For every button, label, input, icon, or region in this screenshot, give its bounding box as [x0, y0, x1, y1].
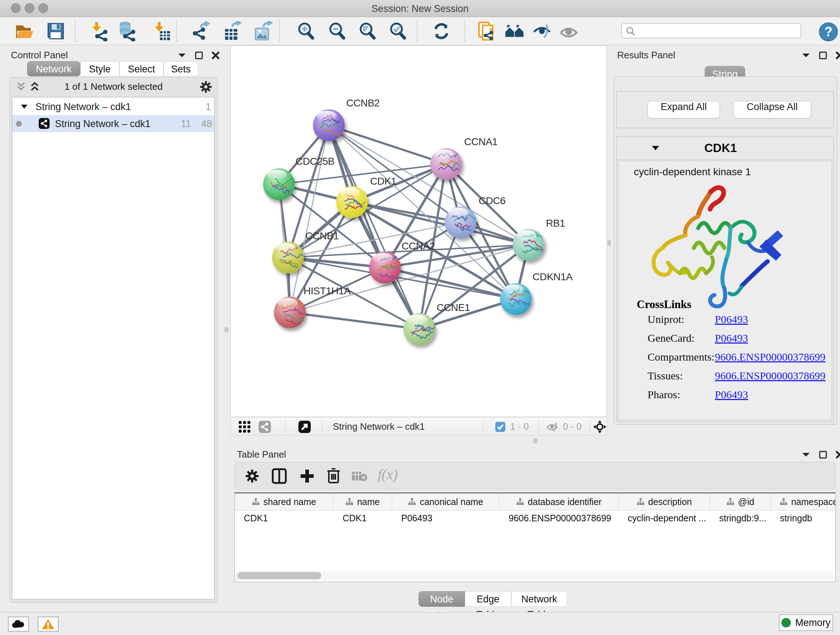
panel-close-icon[interactable] — [835, 450, 840, 459]
right-splitter-handle[interactable] — [607, 240, 611, 246]
table-cell[interactable]: stringdb — [771, 510, 836, 526]
panel-float-icon[interactable] — [195, 51, 203, 60]
export-table-icon[interactable] — [222, 21, 242, 41]
table-hscrollbar[interactable] — [235, 571, 834, 580]
collapse-section-icon[interactable] — [651, 145, 660, 151]
column-header-namespace[interactable]: namespace — [771, 494, 836, 510]
import-network-file-icon[interactable] — [89, 21, 110, 41]
show-columns-icon[interactable] — [272, 468, 287, 484]
gene-section-header[interactable]: CDK1 — [617, 137, 834, 160]
zoom-in-icon[interactable] — [296, 21, 316, 41]
cloud-status-button[interactable] — [8, 616, 29, 632]
toolbar-separator — [417, 20, 417, 42]
expand-all-button[interactable]: Expand All — [647, 101, 720, 119]
crosslink-row: Tissues:9606.ENSP00000378699 — [647, 370, 683, 382]
network-node-RB1[interactable]: RB1 — [513, 218, 565, 261]
table-cell[interactable]: stringdb:9... — [710, 510, 771, 526]
show-all-icon[interactable] — [504, 21, 524, 41]
panel-menu-icon[interactable] — [177, 52, 187, 59]
tab-sets[interactable]: Sets — [164, 61, 198, 76]
hide-selected-icon[interactable] — [532, 21, 552, 41]
network-edge[interactable] — [329, 125, 419, 329]
network-tree-selected-row[interactable]: String Network – cdk1 11 48 — [12, 115, 214, 132]
network-node-CDC25B[interactable]: CDC25B — [263, 156, 334, 200]
crosslink-link[interactable]: 9606.ENSP00000378699 — [715, 370, 826, 382]
tab-select[interactable]: Select — [119, 61, 164, 76]
zoom-selected-icon[interactable] — [388, 21, 408, 41]
import-network-database-icon[interactable] — [117, 21, 137, 41]
network-view[interactable]: CCNB2CCNA1CDC25BCDK1CDC6RB1CCNB1CCNA2CDK… — [231, 45, 607, 417]
tab-style[interactable]: Style — [80, 61, 119, 76]
network-edge[interactable] — [290, 312, 419, 329]
table-hscroll-thumb[interactable] — [237, 572, 321, 579]
table-cell[interactable]: cyclin-dependent ... — [619, 510, 710, 526]
network-node-HIST1H1A[interactable]: HIST1H1A — [274, 285, 351, 328]
show-hidden-icon-disabled[interactable] — [559, 21, 579, 41]
warning-status-button[interactable] — [38, 616, 58, 632]
export-image-icon[interactable] — [253, 21, 273, 41]
collapse-all-button[interactable]: Collapse All — [733, 101, 811, 119]
network-edge[interactable] — [329, 125, 529, 245]
table-cell[interactable]: CDK1 — [235, 510, 333, 526]
zoom-out-icon[interactable] — [327, 21, 347, 41]
delete-column-icon[interactable] — [326, 467, 341, 484]
tree-expanded-icon[interactable] — [20, 104, 28, 110]
help-button[interactable]: ? — [818, 22, 838, 42]
clone-network-icon[interactable] — [477, 21, 497, 41]
network-view-icon[interactable] — [258, 420, 271, 433]
grid-view-icon[interactable] — [238, 420, 251, 433]
column-header-sharedname[interactable]: shared name — [235, 494, 333, 510]
network-list-box: 1 of 1 Network selected String Network – — [9, 77, 218, 603]
memory-button[interactable]: Memory — [779, 614, 833, 631]
panel-float-icon[interactable] — [819, 51, 827, 60]
gear-icon[interactable] — [199, 80, 212, 93]
panel-close-icon[interactable] — [835, 51, 840, 60]
crosslink-link[interactable]: P06493 — [715, 388, 748, 401]
panel-float-icon[interactable] — [819, 450, 827, 459]
results-panel: Results Panel String Expand All Collapse… — [611, 45, 840, 446]
column-header-canonicalname[interactable]: canonical name — [392, 494, 500, 510]
zoom-fit-icon[interactable] — [357, 21, 378, 41]
panel-close-icon[interactable] — [211, 51, 220, 60]
network-collection-label: String Network – cdk1 — [35, 101, 131, 112]
hidden-eye-icon — [546, 421, 559, 432]
crosslink-link[interactable]: 9606.ENSP00000378699 — [715, 351, 826, 363]
birdseye-toggle-icon[interactable] — [298, 420, 311, 433]
bottom-splitter-handle[interactable] — [533, 438, 538, 444]
search-input[interactable] — [639, 25, 796, 37]
table-cell[interactable]: P06493 — [392, 510, 500, 526]
network-tree-root-row[interactable]: String Network – cdk1 1 — [12, 98, 214, 115]
tab-node-table[interactable]: Node Table — [418, 591, 465, 607]
node-label: CCNA2 — [401, 241, 435, 252]
tab-network[interactable]: Network — [27, 61, 80, 76]
column-header-description[interactable]: description — [619, 494, 710, 510]
panel-menu-icon[interactable] — [801, 451, 811, 458]
crosslink-link[interactable]: P06493 — [715, 313, 748, 325]
refresh-icon[interactable] — [431, 21, 452, 41]
network-edge[interactable] — [329, 125, 446, 164]
add-column-icon[interactable] — [299, 468, 315, 484]
tab-edge-table[interactable]: Edge Table — [465, 591, 511, 607]
column-header-name[interactable]: name — [333, 494, 392, 510]
table-cell[interactable]: 9606.ENSP00000378699 — [500, 510, 619, 526]
save-session-icon[interactable] — [46, 21, 66, 41]
column-header-databaseidentifier[interactable]: database identifier — [500, 494, 619, 510]
column-type-icon — [516, 498, 524, 506]
svg-text:?: ? — [824, 24, 832, 39]
panel-menu-icon[interactable] — [801, 52, 811, 59]
tab-network-table[interactable]: Network Table — [511, 591, 567, 607]
table-cell[interactable]: CDK1 — [333, 510, 392, 526]
table-settings-gear-icon[interactable] — [245, 469, 259, 483]
crosslink-link[interactable]: P06493 — [715, 332, 748, 344]
selected-checkbox-icon[interactable] — [495, 421, 506, 432]
network-node-CDKN1A[interactable]: CDKN1A — [500, 271, 573, 315]
toolbar-separator — [176, 20, 177, 42]
network-node-CCNB2[interactable]: CCNB2 — [313, 97, 379, 141]
export-network-icon[interactable] — [191, 21, 211, 41]
open-session-icon[interactable] — [14, 21, 35, 41]
fit-selected-icon[interactable] — [592, 420, 607, 434]
left-splitter-handle[interactable] — [224, 327, 229, 333]
network-node-CCNA1[interactable]: CCNA1 — [430, 136, 497, 180]
import-table-file-icon[interactable] — [151, 21, 172, 41]
column-header-id[interactable]: @id — [710, 494, 771, 510]
